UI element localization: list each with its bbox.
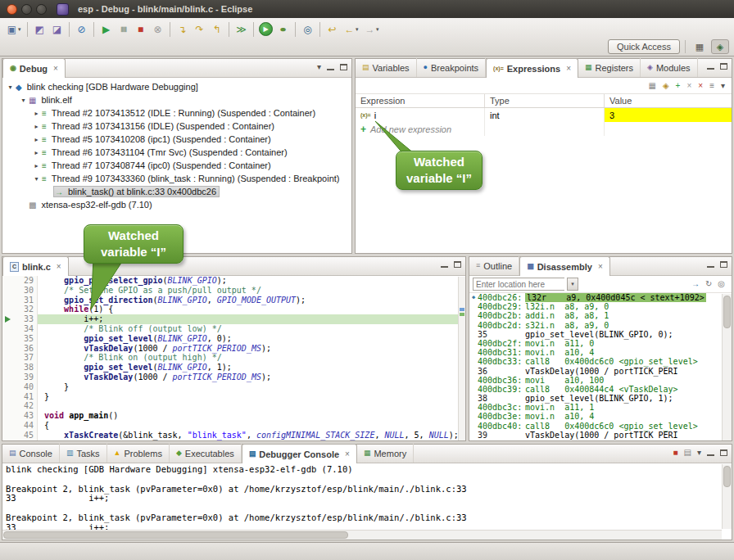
add-expression-row[interactable]: + Add new expression: [356, 122, 732, 136]
expand-icon[interactable]: ▸: [32, 110, 41, 117]
code-line[interactable]: 36 vTaskDelay(1000 / portTICK_PERIOD_MS)…: [2, 344, 465, 354]
code-line[interactable]: 34 /* Blink off (output low) */: [2, 324, 465, 334]
step-over-button[interactable]: ↷: [191, 20, 208, 38]
save-button[interactable]: ◩: [31, 20, 48, 38]
refresh-icon[interactable]: ↻: [705, 280, 712, 288]
goto-pc-icon[interactable]: →: [691, 280, 700, 288]
show-type-names-icon[interactable]: ▦: [648, 82, 655, 90]
disassembly-line[interactable]: 400dbc40:call8 0x400dc6c0 <gpio_set_leve…: [469, 422, 732, 431]
disassembly-line[interactable]: 400dbc2b:addi.n a8, a8, 1: [469, 311, 732, 320]
debug-tree-item[interactable]: ▾◆blink checking [GDB Hardware Debugging…: [2, 80, 351, 93]
code-line[interactable]: 39 vTaskDelay(1000 / portTICK_PERIOD_MS)…: [2, 373, 465, 382]
collapse-icon[interactable]: ▾: [32, 175, 41, 183]
column-header-type[interactable]: Type: [485, 94, 605, 107]
tab-memory[interactable]: ▦Memory: [357, 444, 414, 463]
disassembly-line[interactable]: 39vTaskDelay(1000 / portTICK_PERI: [469, 431, 732, 440]
close-icon[interactable]: ×: [566, 64, 571, 73]
tab-modules[interactable]: ◈Modules: [641, 58, 698, 77]
debug-tree-item[interactable]: ▸≡Thread #2 1073413512 (IDLE : Running) …: [2, 106, 351, 120]
location-input[interactable]: [473, 278, 564, 291]
debug-perspective-button[interactable]: ◈: [711, 39, 729, 54]
horizontal-scrollbar[interactable]: [2, 530, 722, 540]
maximize-icon[interactable]: [720, 63, 727, 70]
code-line[interactable]: 42: [2, 401, 465, 411]
disassembly-line[interactable]: 400dbc29:l32i.n a8, a9, 0: [469, 302, 732, 311]
debug-tree-item[interactable]: ▸≡Thread #5 1073410208 (ipc1) (Suspended…: [2, 133, 351, 146]
view-menu-icon[interactable]: ▾: [317, 63, 321, 71]
editor-content[interactable]: 29 gpio_pad_select_gpio(BLINK_GPIO);30 /…: [2, 276, 465, 440]
minimize-icon[interactable]: [707, 63, 714, 70]
maximize-icon[interactable]: [454, 261, 461, 268]
add-expression-icon[interactable]: +: [676, 82, 681, 90]
code-line[interactable]: 32 while(1) {: [2, 305, 465, 314]
tab-debug[interactable]: ◉Debug×: [2, 58, 66, 78]
tab-variables[interactable]: ▤Variables: [356, 58, 417, 77]
code-line[interactable]: 31 gpio_set_direction(BLINK_GPIO, GPIO_M…: [2, 296, 465, 305]
scrollbar-thumb[interactable]: [723, 296, 731, 328]
debug-tree-item[interactable]: ▸≡Thread #3 1073413156 (IDLE) (Suspended…: [2, 120, 351, 133]
tab-executables[interactable]: ◆Executables: [170, 444, 242, 463]
code-line[interactable]: 44{: [2, 421, 465, 431]
minimize-icon[interactable]: [707, 449, 714, 456]
disassembly-line[interactable]: 400dbc3c:movi.n a11, 1: [469, 403, 732, 412]
suspend-button[interactable]: ▮▮: [115, 20, 132, 38]
tab-outline[interactable]: ≡Outline: [469, 256, 519, 275]
disassembly-line[interactable]: 400dbc36:movi a10, 100: [469, 376, 732, 385]
search-button[interactable]: ◎: [299, 20, 316, 38]
skip-all-breakpoints-button[interactable]: ⊘: [73, 20, 90, 38]
code-line[interactable]: 38 gpio_set_level(BLINK_GPIO, 1);: [2, 363, 465, 373]
expand-icon[interactable]: ▸: [32, 123, 41, 130]
overview-ruler[interactable]: [458, 277, 465, 440]
collapse-icon[interactable]: ▾: [19, 97, 28, 104]
column-header-value[interactable]: Value: [605, 94, 732, 107]
debug-tree-item[interactable]: →blink_task() at blink.c:33 0x400dbc26: [2, 185, 351, 198]
debug-tree-item[interactable]: ▩xtensa-esp32-elf-gdb (7.10): [2, 198, 351, 211]
maximize-icon[interactable]: [720, 261, 727, 268]
collapse-all-icon[interactable]: ≡: [709, 82, 714, 90]
console-list-icon[interactable]: ▤: [684, 449, 691, 457]
remove-expression-icon[interactable]: ×: [686, 82, 691, 90]
maximize-icon[interactable]: [340, 64, 347, 70]
terminate-button[interactable]: ■: [132, 20, 149, 38]
expression-row[interactable]: (x)=iint3: [356, 108, 732, 122]
tab-console[interactable]: ▤Console: [2, 444, 60, 463]
code-line[interactable]: 45 xTaskCreate(&blink_task, "blink_task"…: [2, 431, 465, 440]
new-wizard-button[interactable]: ▣: [3, 20, 20, 38]
disassembly-line[interactable]: ◆400dbc26:l32r a9, 0x400d045c < stext+10…: [469, 293, 732, 302]
tab-blink-c[interactable]: Cblink.c×: [2, 256, 69, 276]
vertical-scrollbar[interactable]: [722, 294, 732, 440]
scrollbar-thumb[interactable]: [723, 466, 731, 487]
disassembly-line[interactable]: 400dbc2d:s32i.n a8, a9, 0: [469, 321, 732, 330]
last-edit-location-button[interactable]: ↩: [324, 20, 341, 38]
disassembly-line[interactable]: 36vTaskDelay(1000 / portTICK_PERI: [469, 367, 732, 376]
disassembly-line[interactable]: 400dbc3e:movi.n a10, 4: [469, 412, 732, 421]
tab-breakpoints[interactable]: ●Breakpoints: [417, 58, 487, 77]
maximize-icon[interactable]: [720, 449, 727, 456]
location-dropdown-icon[interactable]: ▾: [567, 278, 578, 291]
tab-disassembly[interactable]: ▦Disassembly×: [519, 256, 610, 276]
window-close-button[interactable]: [7, 4, 17, 15]
expand-icon[interactable]: ▸: [32, 162, 41, 169]
disconnect-button[interactable]: ⊗: [149, 20, 166, 38]
terminate-console-icon[interactable]: ■: [673, 449, 677, 457]
step-into-button[interactable]: ↴: [174, 20, 191, 38]
show-logical-structure-icon[interactable]: ◈: [663, 82, 669, 90]
debug-tree-item[interactable]: ▾≡Thread #9 1073433360 (blink_task : Run…: [2, 172, 351, 185]
step-return-button[interactable]: ↰: [208, 20, 225, 38]
code-line[interactable]: 29 gpio_pad_select_gpio(BLINK_GPIO);: [2, 276, 465, 286]
close-icon[interactable]: ×: [345, 449, 350, 458]
minimize-icon[interactable]: [441, 261, 448, 268]
forward-button[interactable]: →: [361, 20, 378, 38]
debug-tree-item[interactable]: ▸≡Thread #7 1073408744 (ipc0) (Suspended…: [2, 159, 351, 172]
minimize-icon[interactable]: [707, 261, 714, 268]
close-icon[interactable]: ×: [53, 64, 58, 73]
code-line[interactable]: 30 /* Set the GPIO as a push/pull output…: [2, 286, 465, 296]
disassembly-line[interactable]: 400dbc39:call8 0x400844c4 <vTaskDelay>: [469, 385, 732, 394]
minimize-icon[interactable]: [327, 64, 334, 70]
collapse-icon[interactable]: ▾: [6, 84, 15, 91]
tab-expressions[interactable]: (x)=Expressions×: [486, 58, 578, 78]
vertical-scrollbar[interactable]: [722, 464, 732, 529]
console-output[interactable]: blink checking [GDB Hardware Debugging] …: [2, 463, 732, 530]
tab-tasks[interactable]: ▥Tasks: [60, 444, 107, 463]
code-line[interactable]: 43void app_main(): [2, 411, 465, 421]
